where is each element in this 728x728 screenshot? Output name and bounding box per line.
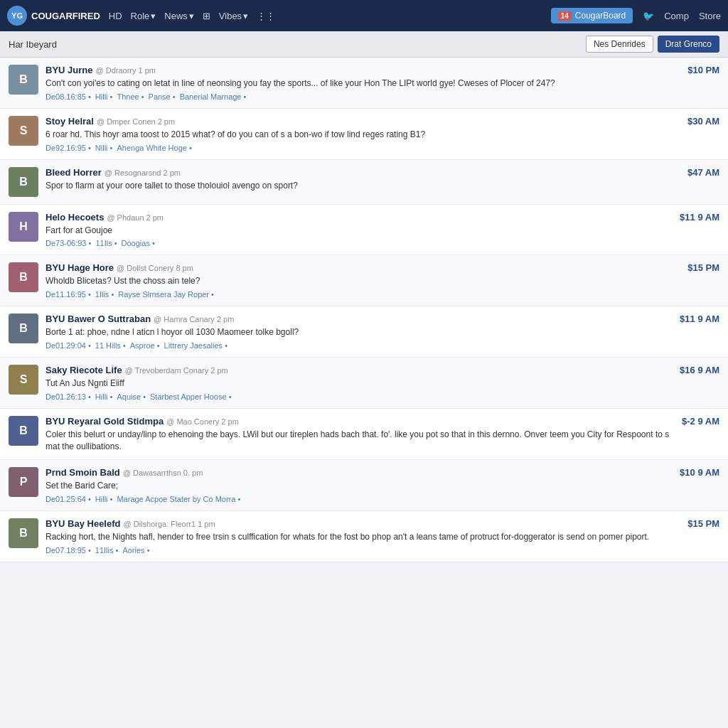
cougarboard-button[interactable]: 14 CougarBoard <box>551 8 633 23</box>
post-item: BBYU Reyaral Gold Stidmpa@ Mao Conery 2 … <box>0 409 728 461</box>
post-author[interactable]: BYU Bawer O Suttraban <box>46 314 151 324</box>
avatar: H <box>9 212 38 242</box>
post-tag[interactable]: 1Ilis • <box>95 290 114 299</box>
post-tag[interactable]: Panse • <box>149 92 176 101</box>
post-tag[interactable]: Marage Acpoe Stater by Co Morra • <box>117 495 240 503</box>
post-tag[interactable]: Thnee • <box>117 92 144 101</box>
post-tag[interactable]: De01.25:64 • <box>46 495 91 503</box>
post-content: Helo Hecoets@ Phdaun 2 pmFart for at Gou… <box>46 212 670 248</box>
navbar: YG COUGARFIRED HD Role ▾ News ▾ ⊞ Vibes … <box>0 0 728 31</box>
post-price: $10 9 AM <box>677 467 719 478</box>
post-content: BYU Bay Heelefd@ Dilshorga: Fleorr1 1 pm… <box>46 518 670 555</box>
post-tag[interactable]: Ahenga White Hoge • <box>117 144 191 152</box>
site-logo[interactable]: YG COUGARFIRED <box>7 6 100 26</box>
post-tags: De01.29:04 •11 Hills •Asproe •Littrery J… <box>46 341 670 350</box>
logo-circle: YG <box>7 6 27 26</box>
post-price: $47 AM <box>677 167 719 178</box>
post-header: BYU Jurne@ Ddraorry 1 pm <box>46 65 670 75</box>
post-tag[interactable]: De73-06:93 • <box>46 239 91 247</box>
post-tag[interactable]: Rayse Slmsera Jay Roper • <box>118 290 214 299</box>
post-author[interactable]: BYU Jurne <box>46 65 92 75</box>
post-tag[interactable]: Doogias • <box>122 239 155 247</box>
post-content: BYU Bawer O Suttraban@ Hamra Canary 2 pm… <box>46 314 670 350</box>
avatar: B <box>9 314 38 343</box>
avatar: S <box>9 365 38 395</box>
post-tag[interactable]: 11Ils • <box>95 239 117 247</box>
post-tag[interactable]: Hilli • <box>95 495 113 503</box>
page-title: Har Ibeyard <box>9 39 57 50</box>
post-content: BYU Hage Hore@ Dollst Conery 8 pmWholdb … <box>46 262 670 299</box>
post-author[interactable]: BYU Reyaral Gold Stidmpa <box>46 416 164 427</box>
nav-vibes[interactable]: Vibes ▾ <box>219 11 248 21</box>
post-price: $10 PM <box>677 65 719 75</box>
post-item: BBYU Bay Heelefd@ Dilshorga: Fleorr1 1 p… <box>0 511 728 562</box>
post-tag[interactable]: Hilli • <box>95 392 113 401</box>
post-tags: De07.18:95 •11Ilis •Aories • <box>46 546 670 555</box>
post-price: $15 PM <box>677 518 719 529</box>
post-meta: @ Dollst Conery 8 pm <box>117 264 193 272</box>
new-threads-button[interactable]: Nes Denrides <box>586 36 653 53</box>
avatar: P <box>9 467 38 497</box>
post-item: BBYU Bawer O Suttraban@ Hamra Canary 2 p… <box>0 306 728 358</box>
create-post-button[interactable]: Drat Grenco <box>658 36 719 53</box>
post-tag[interactable]: 11Ilis • <box>95 546 119 555</box>
post-author[interactable]: Bleed Horrer <box>46 167 102 178</box>
post-tag[interactable]: Aories • <box>122 546 149 555</box>
post-body: Set the Barid Care; <box>46 480 670 492</box>
nav-more[interactable]: ⋮⋮ <box>257 11 275 21</box>
post-tag[interactable]: Banerial Marnage • <box>180 92 247 101</box>
site-name: COUGARFIRED <box>31 11 100 21</box>
avatar: B <box>9 65 38 95</box>
post-tags: De92.16:95 •Nilli •Ahenga White Hoge • <box>46 144 670 152</box>
post-meta: @ Mao Conery 2 pm <box>166 417 239 426</box>
post-tag[interactable]: Starbest Apper Hoose • <box>150 392 232 401</box>
post-author[interactable]: BYU Hage Hore <box>46 262 114 273</box>
subheader: Har Ibeyard Nes Denrides Drat Grenco <box>0 31 728 58</box>
nav-news[interactable]: News ▾ <box>164 11 194 21</box>
avatar: B <box>9 416 38 446</box>
post-author[interactable]: Stoy Helral <box>46 116 94 127</box>
post-tag[interactable]: De01.26:13 • <box>46 392 91 401</box>
post-author[interactable]: BYU Bay Heelefd <box>46 518 120 529</box>
post-tag[interactable]: Littrery Jaesalies • <box>164 341 228 350</box>
post-meta: @ Resognarsnd 2 pm <box>105 168 181 177</box>
store-link[interactable]: Store <box>699 11 721 21</box>
post-tag[interactable]: De92.16:95 • <box>46 144 91 152</box>
nav-hd[interactable]: HD <box>109 11 122 21</box>
post-content: Prnd Smoin Bald@ Dawasarrthsn 0. pmSet t… <box>46 467 670 503</box>
post-content: BYU Jurne@ Ddraorry 1 pmCon't con yoi'es… <box>46 65 670 101</box>
post-meta: @ Trevoberdam Conary 2 pm <box>125 366 228 375</box>
post-price: $11 9 AM <box>677 314 719 324</box>
subheader-buttons: Nes Denrides Drat Grenco <box>586 36 719 53</box>
post-body: Wholdb Blicetas? Ust the choss ain tele? <box>46 275 670 287</box>
post-header: Prnd Smoin Bald@ Dawasarrthsn 0. pm <box>46 467 670 478</box>
nav-grid[interactable]: ⊞ <box>203 11 210 21</box>
post-price: $30 AM <box>677 116 719 127</box>
post-tag[interactable]: Nilli • <box>95 144 113 152</box>
board-label: CougarBoard <box>575 11 626 21</box>
post-author[interactable]: Helo Hecoets <box>46 212 104 223</box>
comp-link[interactable]: Comp <box>664 11 689 21</box>
post-item: BBYU Jurne@ Ddraorry 1 pmCon't con yoi'e… <box>0 58 728 109</box>
post-tag[interactable]: De07.18:95 • <box>46 546 91 555</box>
post-header: BYU Bawer O Suttraban@ Hamra Canary 2 pm <box>46 314 670 324</box>
post-author[interactable]: Prnd Smoin Bald <box>46 467 120 478</box>
post-item: SStoy Helral@ Dmper Conen 2 pm6 roar hd.… <box>0 109 728 160</box>
post-body: Borte 1 at: phoe, ndne l aticn l hoyor o… <box>46 326 670 338</box>
post-tag[interactable]: Asproe • <box>130 341 160 350</box>
post-meta: @ Dawasarrthsn 0. pm <box>123 469 203 477</box>
post-feed: BBYU Jurne@ Ddraorry 1 pmCon't con yoi'e… <box>0 58 728 562</box>
post-tag[interactable]: De08.16:85 • <box>46 92 91 101</box>
nav-role[interactable]: Role ▾ <box>131 11 156 21</box>
post-author[interactable]: Saky Riecote Life <box>46 365 122 375</box>
twitter-icon: 🐦 <box>643 11 654 21</box>
post-content: Bleed Horrer@ Resognarsnd 2 pmSpor to fl… <box>46 167 670 192</box>
post-tag[interactable]: De01.29:04 • <box>46 341 91 350</box>
post-item: PPrnd Smoin Bald@ Dawasarrthsn 0. pmSet … <box>0 460 728 511</box>
post-meta: @ Hamra Canary 2 pm <box>154 315 234 323</box>
post-tag[interactable]: 11 Hills • <box>95 341 126 350</box>
post-header: BYU Bay Heelefd@ Dilshorga: Fleorr1 1 pm <box>46 518 670 529</box>
post-tag[interactable]: De11.16:95 • <box>46 290 91 299</box>
post-tag[interactable]: Aquise • <box>117 392 146 401</box>
post-tag[interactable]: Hilli • <box>95 92 113 101</box>
